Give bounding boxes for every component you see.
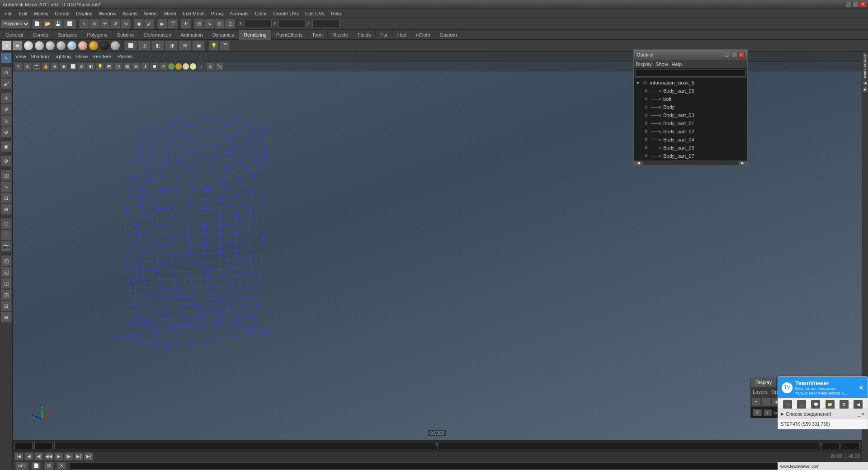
console-btn[interactable]: 🖥	[44, 462, 53, 470]
vp-btn-quality-2[interactable]	[175, 63, 182, 70]
view-cube-btn[interactable]: ⬡	[1, 218, 12, 229]
outliner-restore[interactable]: □	[731, 52, 737, 58]
mel-input[interactable]	[70, 462, 812, 470]
tab-surfaces[interactable]: Surfaces	[53, 30, 82, 40]
outliner-search-input[interactable]	[636, 70, 745, 77]
vp-btn-light[interactable]: 💡	[96, 62, 104, 70]
tv-settings-btn[interactable]: ⚙	[840, 400, 849, 409]
shader-default[interactable]: ◆	[2, 41, 12, 51]
shader-ball-8[interactable]	[99, 41, 109, 51]
menu-edit-mesh[interactable]: Edit Mesh	[180, 10, 208, 17]
menu-edit[interactable]: Edit	[16, 10, 30, 17]
toolbar-open[interactable]: 📂	[42, 19, 52, 29]
layer-tab-display[interactable]: Display	[751, 377, 776, 387]
z-input[interactable]	[312, 20, 340, 28]
vp-btn-bookmark[interactable]: 📎	[215, 62, 223, 70]
tv-chat-btn[interactable]: 💬	[811, 400, 820, 409]
vp-btn-1[interactable]: ↖	[14, 62, 23, 70]
menu-modify[interactable]: Modify	[31, 10, 51, 17]
outliner-item-body[interactable]: ⚙ ——o Body	[634, 103, 747, 111]
vp-btn-grid[interactable]: ⊞	[132, 62, 140, 70]
timeline-start-input[interactable]: 1.00	[14, 442, 33, 449]
shader-ball-1[interactable]	[24, 41, 33, 51]
vp-btn-shading[interactable]: ⬜	[69, 62, 77, 70]
next-frame-btn[interactable]: ▶|	[74, 452, 83, 461]
tv-back-btn[interactable]: ◀	[854, 400, 863, 409]
toolbar-snap-surface[interactable]: ◫	[225, 19, 235, 29]
layer-new-btn[interactable]: +	[752, 398, 761, 406]
snap-curve-btn[interactable]: ∿	[1, 181, 12, 192]
tex-btn-3[interactable]: ◧	[151, 41, 164, 51]
misc-4[interactable]: ◳	[1, 289, 12, 300]
prev-key-btn[interactable]: ◀|	[34, 452, 43, 461]
tab-ncloth[interactable]: nCloth	[411, 30, 435, 40]
timeline-frame-end[interactable]: 24	[842, 442, 860, 449]
layers-menu[interactable]: Layers	[753, 389, 768, 395]
menu-help[interactable]: Help	[328, 10, 344, 17]
tex-btn-6[interactable]: ▣	[192, 41, 205, 51]
toolbar-snap-point[interactable]: ⊡	[215, 19, 225, 29]
outliner-item-body05[interactable]: ⚙ ——o Body_part_05	[634, 87, 747, 95]
menu-color[interactable]: Color	[252, 10, 269, 17]
outliner-content[interactable]: ▼ ⬡ information_kiosk_5 ⚙ ——o Body_part_…	[634, 78, 747, 160]
shader-ball-9[interactable]	[110, 41, 120, 51]
vp-btn-res[interactable]: ◳	[159, 62, 167, 70]
scale-btn[interactable]: ⇲	[1, 115, 12, 126]
timeline-frame-current[interactable]: 1	[822, 442, 840, 449]
tex-btn-5[interactable]: ⊞	[179, 41, 191, 51]
shader-ball-4[interactable]	[56, 41, 66, 51]
toolbar-new[interactable]: 📄	[32, 19, 42, 29]
play-btn[interactable]: ▶	[54, 452, 63, 461]
outliner-item-body03[interactable]: ⚙ ——o Body_part_03	[634, 111, 747, 119]
next-key-btn[interactable]: |▶	[64, 452, 73, 461]
misc-6[interactable]: ⊞	[1, 312, 12, 323]
go-start-btn[interactable]: |◀	[14, 452, 24, 461]
prev-frame-btn[interactable]: ◀	[24, 452, 33, 461]
shader-ball-6[interactable]	[78, 41, 88, 51]
maximize-btn[interactable]: □	[853, 1, 859, 7]
tv-connection-item[interactable]: STEP-ПК (S59 301 756)	[778, 419, 868, 429]
outliner-hscrollbar[interactable]: ◀ ▶	[634, 160, 747, 165]
tab-curves[interactable]: Curves	[28, 30, 53, 40]
outliner-item-body06[interactable]: ⚙ ——o Body_part_06	[634, 144, 747, 152]
outliner-item-bolt[interactable]: ⚙ ——o bolt	[634, 95, 747, 103]
tab-rendering[interactable]: Rendering	[239, 30, 272, 40]
toolbar-snap-curve[interactable]: ∿	[204, 19, 214, 29]
tab-deformation[interactable]: Deformation	[140, 30, 176, 40]
vp-menu-view[interactable]: View	[15, 54, 26, 59]
show-manip-btn[interactable]: ⊘	[1, 155, 12, 166]
vp-menu-panels[interactable]: Panels	[118, 54, 133, 59]
menu-mesh[interactable]: Mesh	[161, 10, 179, 17]
tv-close-btn[interactable]: ✕	[859, 384, 864, 391]
menu-create-uvs[interactable]: Create UVs	[270, 10, 302, 17]
vp-btn-texture[interactable]: ◧	[87, 62, 95, 70]
y-input[interactable]	[278, 20, 306, 28]
vp-menu-shading[interactable]: Shading	[31, 54, 49, 59]
layer-del-btn[interactable]: -	[762, 398, 771, 406]
paint-select-btn[interactable]: 🖌	[1, 78, 12, 89]
minimize-btn[interactable]: _	[845, 1, 852, 7]
menu-file[interactable]: File	[2, 10, 15, 17]
tv-conn-minimize[interactable]: _	[858, 412, 860, 417]
toolbar-import[interactable]: ⬜	[63, 19, 76, 29]
shader-ball-3[interactable]	[45, 41, 55, 51]
toolbar-save[interactable]: 💾	[53, 19, 63, 29]
tv-conn-close[interactable]: ✕	[861, 412, 865, 417]
outliner-scroll-track[interactable]	[643, 161, 738, 165]
tab-dynamics[interactable]: Dynamics	[208, 30, 239, 40]
close-script-btn[interactable]: ✕	[57, 462, 66, 470]
shader-lambert[interactable]: ◆	[13, 41, 23, 51]
vp-btn-quality-3[interactable]	[183, 63, 189, 70]
tex-btn-2[interactable]: ◫	[138, 41, 151, 51]
toolbar-scale[interactable]: ⇲	[121, 19, 131, 29]
toolbar-move[interactable]: ✛	[100, 19, 110, 29]
tv-files-btn[interactable]: 📁	[826, 400, 835, 409]
tab-custom[interactable]: Custom	[435, 30, 462, 40]
mel-label-btn[interactable]: MEL	[15, 462, 28, 470]
snap-surface-btn[interactable]: ◫	[1, 170, 12, 181]
vp-btn-2[interactable]: ⊙	[24, 62, 32, 70]
tex-btn-1[interactable]: ⬜	[124, 41, 137, 51]
tab-general[interactable]: General	[1, 30, 28, 40]
misc-3[interactable]: ◲	[1, 278, 12, 289]
polygon-selector[interactable]: Polygons	[1, 19, 30, 28]
